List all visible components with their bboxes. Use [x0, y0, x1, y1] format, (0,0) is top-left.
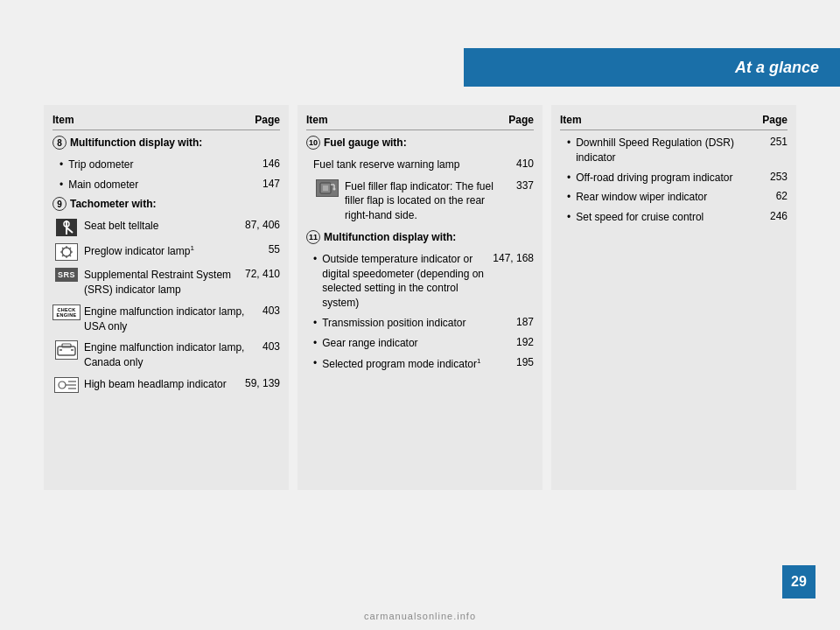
check-engine-label: Engine malfunction indicator lamp, USA o…: [84, 304, 248, 334]
dsr-page: 251: [756, 136, 788, 148]
fuel-filler-icon: [316, 179, 339, 197]
svg-line-1: [66, 228, 73, 233]
svg-point-24: [333, 187, 336, 190]
col1-header-item: Item: [52, 114, 74, 126]
bullet-icon: •: [60, 178, 63, 191]
item-number-10: 10: [306, 136, 320, 150]
bullet-icon: •: [313, 357, 317, 369]
list-item: SRS Supplemental Restraint System (SRS) …: [52, 268, 280, 298]
gear-range-page: 192: [502, 336, 534, 348]
bullet-icon: •: [567, 191, 570, 203]
srs-page: 72, 410: [242, 268, 280, 280]
fuel-filler-page: 337: [502, 179, 534, 192]
trip-odometer-label: Trip odometer: [68, 158, 248, 172]
panel-col3: Item Page • Downhill Speed Regulation (D…: [551, 105, 796, 490]
seatbelt-label: Seat belt telltale: [84, 219, 242, 234]
fuel-reserve-page: 410: [502, 158, 534, 170]
rear-wiper-page: 62: [756, 190, 788, 202]
highbeam-icon-wrapper: [52, 377, 80, 393]
page-badge: 29: [782, 565, 816, 598]
selected-program-page: 195: [502, 356, 534, 368]
col2-header-item: Item: [306, 114, 328, 126]
list-item: Fuel filler flap indicator: The fuel fil…: [306, 179, 534, 223]
svg-point-16: [59, 382, 66, 388]
panel-header-col2: Item Page: [306, 114, 534, 130]
bullet-icon: •: [567, 172, 570, 184]
list-item: 10 Fuel gauge with:: [306, 136, 534, 150]
list-item: 11 Multifunction display with:: [306, 230, 534, 245]
bullet-icon: •: [567, 211, 570, 223]
cruise-label: Set speed for cruise control: [576, 210, 756, 225]
list-item: • Rear window wiper indicator 62: [560, 190, 788, 205]
main-odometer-page: 147: [248, 178, 280, 190]
preglow-page: 55: [248, 243, 280, 256]
transmission-label: Transmission position indicator: [322, 316, 502, 331]
list-item: • Trip odometer 146: [52, 158, 280, 172]
multifunction2-heading: Multifunction display with:: [324, 230, 534, 245]
list-item: High beam headlamp indicator 59, 139: [52, 377, 280, 393]
preglow-icon-wrapper: [52, 243, 80, 261]
bullet-icon: •: [313, 317, 317, 329]
item-number-8: 8: [52, 136, 66, 150]
fuel-reserve-label: Fuel tank reserve warning lamp: [313, 158, 502, 172]
highbeam-label: High beam headlamp indicator: [84, 377, 242, 392]
selected-program-label: Selected program mode indicator1: [322, 356, 502, 372]
list-item: Seat belt telltale 87, 406: [52, 219, 280, 236]
bullet-icon: •: [313, 253, 317, 265]
seatbelt-icon: [56, 219, 77, 236]
list-item: Fuel tank reserve warning lamp 410: [306, 158, 534, 172]
transmission-page: 187: [502, 316, 534, 328]
watermark: carmanualsonline.info: [364, 611, 476, 621]
watermark-text: carmanualsonline.info: [364, 611, 476, 621]
col2-header-page: Page: [508, 114, 534, 126]
dsr-label: Downhill Speed Regulation (DSR) indicato…: [576, 136, 756, 165]
list-item: • Transmission position indicator 187: [306, 316, 534, 331]
rear-wiper-label: Rear window wiper indicator: [576, 190, 756, 205]
outside-temp-page: 147, 168: [493, 252, 534, 264]
engine-malfunction-icon: [55, 340, 78, 360]
col3-header-item: Item: [560, 114, 582, 126]
col1-header-page: Page: [255, 114, 280, 126]
check-engine-icon-wrapper: CHECK ENGINE: [52, 304, 80, 320]
seatbelt-page: 87, 406: [242, 219, 280, 231]
list-item: • Downhill Speed Regulation (DSR) indica…: [560, 136, 788, 165]
outside-temp-label: Outside temperature indicator or digital…: [322, 252, 493, 311]
list-item: • Outside temperature indicator or digit…: [306, 252, 534, 311]
header-title: At a glance: [735, 59, 819, 77]
fuel-filler-icon-wrapper: [313, 179, 341, 197]
offroad-label: Off-road driving program indicator: [576, 171, 756, 186]
fuel-gauge-heading: Fuel gauge with:: [324, 136, 534, 150]
multifunction-heading: Multifunction display with:: [70, 136, 280, 150]
check-engine-icon: CHECK ENGINE: [52, 304, 80, 320]
svg-rect-21: [323, 186, 328, 191]
item-number-11: 11: [306, 230, 320, 244]
engine-malfunction-canada-label: Engine malfunction indicator lamp, Canad…: [84, 340, 248, 370]
list-item: • Main odometer 147: [52, 178, 280, 192]
list-item: • Gear range indicator 192: [306, 336, 534, 351]
list-item: 8 Multifunction display with:: [52, 136, 280, 150]
list-item: • Selected program mode indicator1 195: [306, 356, 534, 372]
list-item: CHECK ENGINE Engine malfunction indicato…: [52, 304, 280, 334]
main-odometer-label: Main odometer: [68, 178, 248, 192]
highbeam-icon: [54, 377, 79, 393]
panel-header-col3: Item Page: [560, 114, 788, 130]
content-area: Item Page 8 Multifunction display with: …: [44, 105, 796, 490]
fuel-filler-label: Fuel filler flap indicator: The fuel fil…: [345, 179, 502, 223]
list-item: • Off-road driving program indicator 253: [560, 171, 788, 186]
list-item: Preglow indicator lamp1 55: [52, 243, 280, 261]
engine-malfunction-icon-wrapper: [52, 340, 80, 360]
preglow-label: Preglow indicator lamp1: [84, 243, 248, 259]
bullet-icon: •: [60, 158, 63, 171]
panel-col1: Item Page 8 Multifunction display with: …: [44, 105, 289, 490]
preglow-icon: [55, 243, 78, 261]
highbeam-page: 59, 139: [242, 377, 280, 389]
srs-icon: SRS: [55, 268, 78, 282]
col3-header-page: Page: [762, 114, 788, 126]
list-item: • Set speed for cruise control 246: [560, 210, 788, 225]
srs-icon-wrapper: SRS: [52, 268, 80, 282]
header-bar: At a glance: [464, 48, 840, 87]
list-item: Engine malfunction indicator lamp, Canad…: [52, 340, 280, 370]
tachometer-heading: Tachometer with:: [70, 197, 280, 212]
engine-malfunction-canada-page: 403: [248, 340, 280, 353]
panel-col2: Item Page 10 Fuel gauge with: Fuel tank …: [298, 105, 542, 490]
